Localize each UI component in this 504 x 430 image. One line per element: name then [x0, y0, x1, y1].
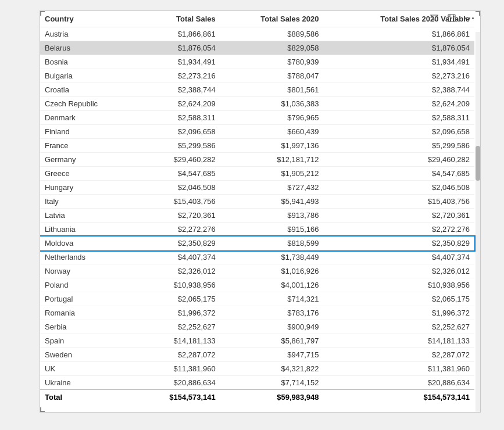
cell-value: $1,996,372: [135, 306, 220, 320]
cell-value: $2,096,658: [135, 125, 220, 139]
cell-value: $829,058: [220, 41, 324, 55]
cell-value: $2,252,627: [323, 320, 474, 334]
cell-country: Czech Republic: [40, 97, 135, 111]
cell-country: Austria: [40, 27, 135, 41]
table-row[interactable]: Finland$2,096,658$660,439$2,096,658: [40, 125, 474, 139]
cell-value: $714,321: [220, 292, 324, 306]
cell-value: $2,065,175: [323, 292, 474, 306]
cell-country: France: [40, 139, 135, 153]
table-row[interactable]: Poland$10,938,956$4,001,126$10,938,956: [40, 278, 474, 292]
expand-icon[interactable]: [447, 13, 456, 24]
table-row[interactable]: Netherlands$4,407,374$1,738,449$4,407,37…: [40, 250, 474, 264]
cell-value: $1,997,136: [220, 139, 324, 153]
cell-value: $5,941,493: [220, 195, 324, 209]
cell-value: $1,866,861: [323, 27, 474, 41]
cell-value: $913,786: [220, 209, 324, 223]
cell-value: $1,036,383: [220, 97, 324, 111]
cell-country: Norway: [40, 264, 135, 278]
cell-value: $5,861,797: [220, 334, 324, 348]
table-row[interactable]: Italy$15,403,756$5,941,493$15,403,756: [40, 195, 474, 209]
data-table: Country Total Sales Total Sales 2020 Tot…: [40, 11, 474, 404]
table-row[interactable]: Sweden$2,287,072$947,715$2,287,072: [40, 348, 474, 362]
resize-tl[interactable]: [40, 11, 45, 16]
resize-bl[interactable]: [40, 407, 45, 412]
cell-value: $788,047: [220, 69, 324, 83]
table-row[interactable]: Portugal$2,065,175$714,321$2,065,175: [40, 292, 474, 306]
table-row[interactable]: Hungary$2,046,508$727,432$2,046,508: [40, 181, 474, 195]
table-row[interactable]: Norway$2,326,012$1,016,926$2,326,012: [40, 264, 474, 278]
cell-value: $1,876,054: [323, 41, 474, 55]
resize-tr[interactable]: [476, 11, 480, 16]
cell-country: Spain: [40, 334, 135, 348]
cell-value: $29,460,282: [135, 153, 220, 167]
outer-container: ··· Country Total Sales Total Sales 2020…: [0, 0, 504, 430]
table-row[interactable]: Serbia$2,252,627$900,949$2,252,627: [40, 320, 474, 334]
cell-value: $2,588,311: [135, 111, 220, 125]
cell-country: Romania: [40, 306, 135, 320]
cell-country: Belarus: [40, 41, 135, 55]
cell-country: Italy: [40, 195, 135, 209]
cell-value: $660,439: [220, 125, 324, 139]
table-row[interactable]: Croatia$2,388,744$801,561$2,388,744: [40, 83, 474, 97]
table-row[interactable]: UK$11,381,960$4,321,822$11,381,960: [40, 362, 474, 376]
cell-value: $2,065,175: [135, 292, 220, 306]
cell-value: $15,403,756: [135, 195, 220, 209]
cell-value: $889,586: [220, 27, 324, 41]
cell-value: $4,407,374: [135, 250, 220, 264]
cell-value: $947,715: [220, 348, 324, 362]
cell-country: Poland: [40, 278, 135, 292]
cell-value: $20,886,634: [323, 376, 474, 390]
table-row[interactable]: Lithuania$2,272,276$915,166$2,272,276: [40, 223, 474, 236]
cell-country: UK: [40, 362, 135, 376]
footer-value: $154,573,141: [323, 390, 474, 405]
cell-value: $801,561: [220, 83, 324, 97]
table-row[interactable]: Bosnia$1,934,491$780,939$1,934,491: [40, 55, 474, 69]
cell-country: Germany: [40, 153, 135, 167]
filter-icon[interactable]: [430, 13, 439, 24]
cell-value: $2,720,361: [135, 209, 220, 223]
scrollbar-thumb[interactable]: [476, 146, 480, 181]
cell-value: $780,939: [220, 55, 324, 69]
table-row[interactable]: Spain$14,181,133$5,861,797$14,181,133: [40, 334, 474, 348]
cell-value: $2,046,508: [135, 181, 220, 195]
cell-value: $14,181,133: [135, 334, 220, 348]
cell-country: Moldova: [40, 236, 135, 250]
cell-value: $2,388,744: [323, 83, 474, 97]
cell-value: $12,181,712: [220, 153, 324, 167]
cell-country: Greece: [40, 167, 135, 181]
table-footer-row: Total$154,573,141$59,983,948$154,573,141: [40, 390, 474, 405]
table-row[interactable]: Bulgaria$2,273,216$788,047$2,273,216: [40, 69, 474, 83]
scrollbar-track[interactable]: [476, 32, 480, 412]
table-row[interactable]: Germany$29,460,282$12,181,712$29,460,282: [40, 153, 474, 167]
table-row[interactable]: Greece$4,547,685$1,905,212$4,547,685: [40, 167, 474, 181]
table-row[interactable]: Ukraine$20,886,634$7,714,152$20,886,634: [40, 376, 474, 390]
cell-value: $900,949: [220, 320, 324, 334]
table-row[interactable]: Romania$1,996,372$783,176$1,996,372: [40, 306, 474, 320]
cell-value: $4,547,685: [135, 167, 220, 181]
cell-value: $2,350,829: [135, 236, 220, 250]
table-row[interactable]: France$5,299,586$1,997,136$5,299,586: [40, 139, 474, 153]
cell-value: $2,720,361: [323, 209, 474, 223]
cell-value: $10,938,956: [323, 278, 474, 292]
cell-value: $11,381,960: [135, 362, 220, 376]
cell-value: $2,326,012: [135, 264, 220, 278]
table-row[interactable]: Moldova$2,350,829$818,599$2,350,829: [40, 236, 474, 250]
table-row[interactable]: Czech Republic$2,624,209$1,036,383$2,624…: [40, 97, 474, 111]
table-row[interactable]: Latvia$2,720,361$913,786$2,720,361: [40, 209, 474, 223]
cell-country: Denmark: [40, 111, 135, 125]
more-options-icon[interactable]: ···: [464, 13, 475, 25]
cell-value: $2,350,829: [323, 236, 474, 250]
cell-value: $7,714,152: [220, 376, 324, 390]
cell-country: Croatia: [40, 83, 135, 97]
cell-value: $783,176: [220, 306, 324, 320]
footer-label: Total: [40, 390, 135, 405]
cell-value: $2,287,072: [135, 348, 220, 362]
table-row[interactable]: Belarus$1,876,054$829,058$1,876,054: [40, 41, 474, 55]
table-row[interactable]: Denmark$2,588,311$796,965$2,588,311: [40, 111, 474, 125]
table-row[interactable]: Austria$1,866,861$889,586$1,866,861: [40, 27, 474, 41]
cell-country: Bosnia: [40, 55, 135, 69]
cell-value: $10,938,956: [135, 278, 220, 292]
cell-value: $2,624,209: [323, 97, 474, 111]
cell-value: $2,273,216: [135, 69, 220, 83]
cell-country: Netherlands: [40, 250, 135, 264]
